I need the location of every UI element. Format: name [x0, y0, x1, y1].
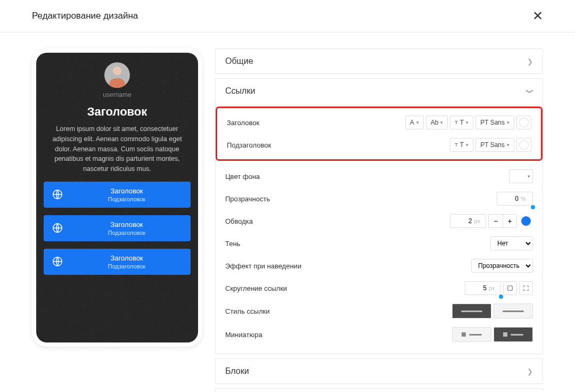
- panel-title: Общие: [225, 56, 253, 66]
- page-title: Редактирование дизайна: [32, 11, 138, 21]
- preview-link-title: Заголовок: [70, 187, 183, 195]
- preview-link-subtitle: Подзаголовок: [70, 263, 183, 270]
- link-style-outline[interactable]: [494, 304, 533, 318]
- stroke-label: Обводка: [225, 217, 253, 225]
- phone-preview: username Заголовок Lorem ipsum dolor sit…: [32, 48, 202, 347]
- border-radius-label: Скругление ссылки: [225, 284, 287, 292]
- font-size-dropdown[interactable]: TT▾: [450, 116, 473, 129]
- globe-icon: [51, 222, 64, 234]
- panel-general[interactable]: Общие ❯: [216, 49, 543, 74]
- chevron-right-icon: ❯: [527, 58, 533, 66]
- preview-link-subtitle: Подзаголовок: [70, 196, 183, 202]
- preview-column: username Заголовок Lorem ipsum dolor sit…: [32, 48, 202, 392]
- preview-description: Lorem ipsum dolor sit amet, consectetuer…: [44, 124, 191, 174]
- globe-icon: [51, 255, 64, 268]
- preview-link-item[interactable]: Заголовок Подзаголовок: [44, 249, 191, 275]
- stroke-stepper[interactable]: − +: [488, 214, 517, 228]
- stroke-color-picker[interactable]: [519, 214, 533, 228]
- highlight-region: Заголовок A▾ Ab▾ TT▾ PT Sans▾ Подзаголов…: [216, 107, 543, 161]
- panel-title: Ссылки: [225, 86, 255, 96]
- font-size-dropdown[interactable]: TT▾: [450, 138, 473, 152]
- shadow-label: Тень: [225, 240, 240, 248]
- svg-rect-3: [508, 286, 513, 291]
- hover-effect-select[interactable]: Прозрачность: [471, 259, 533, 273]
- preview-link-item[interactable]: Заголовок Подзаголовок: [44, 215, 191, 241]
- font-family-dropdown[interactable]: PT Sans▾: [475, 138, 514, 152]
- panel-title: Блоки: [225, 366, 249, 376]
- phone-screen: username Заголовок Lorem ipsum dolor sit…: [36, 53, 198, 342]
- bg-color-label: Цвет фона: [225, 173, 260, 181]
- thumbnail-left[interactable]: [452, 327, 491, 342]
- color-swatch[interactable]: [516, 138, 531, 152]
- text-case-dropdown[interactable]: Ab▾: [426, 116, 448, 129]
- heading-label: Заголовок: [227, 119, 259, 127]
- decrement-button[interactable]: −: [489, 215, 503, 227]
- increment-button[interactable]: +: [503, 215, 516, 227]
- subheading-label: Подзаголовок: [227, 141, 271, 149]
- unit-label: px: [487, 285, 498, 291]
- preview-link-subtitle: Подзаголовок: [70, 230, 183, 236]
- preview-link-item[interactable]: Заголовок Подзаголовок: [44, 182, 191, 208]
- color-swatch[interactable]: [516, 116, 531, 129]
- thumbnail-center[interactable]: [494, 327, 533, 342]
- stroke-width-input[interactable]: px: [450, 214, 486, 228]
- corners-individual-icon[interactable]: [519, 281, 533, 295]
- corners-uniform-icon[interactable]: [503, 281, 517, 295]
- chevron-down-icon: ❯: [526, 88, 534, 94]
- text-color-dropdown[interactable]: A▾: [405, 116, 424, 129]
- shadow-select[interactable]: Нет: [490, 236, 533, 250]
- font-family-dropdown[interactable]: PT Sans▾: [475, 116, 514, 129]
- opacity-label: Прозрачность: [225, 195, 270, 203]
- unit-label: px: [472, 218, 483, 224]
- preview-title: Заголовок: [44, 105, 191, 119]
- globe-icon: [51, 188, 64, 201]
- panel-forms[interactable]: Формы ❯: [216, 389, 543, 392]
- border-radius-input[interactable]: px: [465, 281, 501, 295]
- panel-links[interactable]: Ссылки ❯: [216, 79, 543, 103]
- opacity-input[interactable]: %: [497, 192, 533, 206]
- link-style-label: Стиль ссылки: [225, 307, 269, 315]
- thumbnail-label: Миниатюра: [225, 331, 262, 339]
- panel-blocks[interactable]: Блоки ❯: [216, 359, 543, 383]
- unit-label: %: [519, 195, 529, 202]
- settings-column: Общие ❯ Ссылки ❯ Заголовок A▾ Ab▾ TT▾: [215, 48, 543, 392]
- chevron-right-icon: ❯: [527, 368, 533, 375]
- bg-color-picker[interactable]: ▾: [509, 169, 533, 183]
- hover-effect-label: Эффект при наведении: [225, 262, 301, 270]
- avatar: [104, 62, 130, 88]
- preview-link-title: Заголовок: [70, 254, 183, 262]
- close-icon[interactable]: ✕: [532, 10, 543, 22]
- link-style-solid[interactable]: [452, 304, 491, 318]
- preview-link-title: Заголовок: [70, 220, 183, 228]
- preview-username: username: [44, 91, 191, 99]
